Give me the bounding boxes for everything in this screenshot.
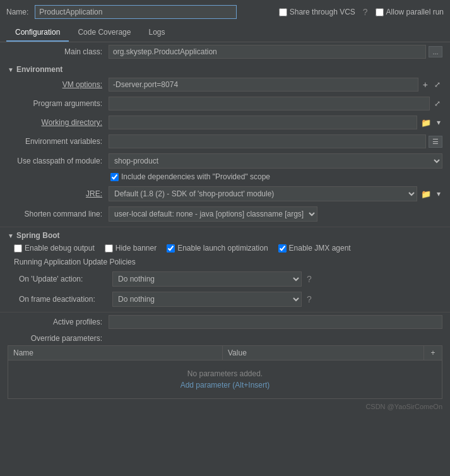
update-action-help-icon[interactable]: ? — [307, 274, 312, 284]
content-area: Main class: ... ▼ Environment VM options… — [0, 42, 450, 414]
no-params-text: No parameters added. — [187, 369, 263, 378]
vm-options-value: + ⤢ — [109, 78, 442, 92]
vm-options-input[interactable] — [109, 78, 418, 92]
hide-banner-label[interactable]: Hide banner — [105, 244, 157, 253]
environment-section-label: Environment — [16, 65, 62, 74]
frame-deact-row: On frame deactivation: Do nothing Hot sw… — [0, 289, 450, 309]
name-label: Name: — [6, 8, 28, 16]
share-vcs-label[interactable]: Share through VCS — [279, 8, 355, 16]
vm-options-add-button[interactable]: + — [421, 80, 430, 90]
working-dir-row: Working directory: 📁 ▾ — [0, 113, 450, 132]
main-class-label: Main class: — [8, 47, 109, 56]
include-deps-row: Include dependencies with "Provided" sco… — [0, 171, 450, 184]
hide-banner-checkbox[interactable] — [105, 244, 113, 253]
active-profiles-row: Active profiles: — [0, 312, 450, 331]
env-vars-row: Environment variables: ☰ — [0, 132, 450, 151]
hide-banner-text: Hide banner — [115, 244, 157, 253]
main-class-row: Main class: ... — [0, 42, 450, 61]
table-add-button[interactable]: + — [424, 346, 442, 360]
main-class-value: ... — [109, 45, 442, 59]
classpath-value: shop-product — [109, 153, 442, 169]
override-params-label: Override parameters: — [8, 334, 109, 343]
enable-jmx-text: Enable JMX agent — [289, 244, 351, 253]
override-params-table: Name Value + No parameters added. Add pa… — [8, 345, 442, 399]
table-header: Name Value + — [8, 346, 442, 360]
frame-deact-label: On frame deactivation: — [19, 295, 107, 304]
enable-jmx-label[interactable]: Enable JMX agent — [278, 244, 351, 253]
classpath-select-row: shop-product — [109, 153, 442, 169]
working-dir-input[interactable] — [109, 116, 417, 129]
shorten-select[interactable]: user-local default: none - java [options… — [109, 206, 317, 222]
spring-boot-section: ▼ Spring Boot Enable debug output Hide b… — [0, 227, 450, 309]
enable-debug-label[interactable]: Enable debug output — [14, 244, 95, 253]
jre-folder-button[interactable]: 📁 — [420, 189, 432, 199]
spring-boot-section-label: Spring Boot — [16, 231, 60, 240]
update-action-select[interactable]: Do nothing Hot swap classes and update t… — [112, 271, 302, 287]
add-param-link[interactable]: Add parameter (Alt+Insert) — [181, 381, 270, 390]
help-icon-vcs[interactable]: ? — [363, 7, 368, 17]
allow-parallel-label[interactable]: Allow parallel run — [376, 8, 444, 16]
spring-boot-header: ▼ Spring Boot — [0, 227, 450, 241]
program-args-label: Program arguments: — [8, 99, 109, 108]
classpath-label: Use classpath of module: — [8, 157, 109, 165]
jre-value: Default (1.8 (2) - SDK of 'shop-product'… — [109, 186, 442, 201]
tab-configuration[interactable]: Configuration — [6, 24, 69, 42]
working-dir-expand-button[interactable]: ▾ — [435, 118, 442, 127]
vm-options-expand-button[interactable]: ⤢ — [432, 80, 442, 89]
enable-jmx-checkbox[interactable] — [278, 244, 287, 253]
active-profiles-input[interactable] — [109, 315, 442, 329]
top-right-options: Share through VCS ? Allow parallel run — [279, 7, 444, 17]
allow-parallel-checkbox[interactable] — [376, 8, 384, 16]
jre-label: JRE: — [8, 189, 109, 198]
update-action-row: On 'Update' action: Do nothing Hot swap … — [0, 269, 450, 289]
working-dir-folder-button[interactable]: 📁 — [420, 118, 432, 128]
update-policies-title: Running Application Update Policies — [0, 255, 450, 269]
program-args-value: ⤢ — [109, 97, 442, 110]
shorten-row: Shorten command line: user-local default… — [0, 204, 450, 224]
enable-debug-checkbox[interactable] — [14, 244, 22, 253]
jre-row: JRE: Default (1.8 (2) - SDK of 'shop-pro… — [0, 184, 450, 204]
frame-deact-select[interactable]: Do nothing Hot swap classes and update t… — [112, 292, 302, 307]
classpath-module-select[interactable]: shop-product — [109, 153, 442, 169]
environment-collapse-icon[interactable]: ▼ — [8, 66, 14, 73]
share-vcs-text: Share through VCS — [290, 8, 355, 16]
env-vars-edit-button[interactable]: ☰ — [429, 136, 442, 148]
active-profiles-value — [109, 315, 442, 329]
program-args-expand-button[interactable]: ⤢ — [432, 99, 442, 108]
include-deps-text: Include dependencies with "Provided" sco… — [121, 172, 270, 181]
jre-expand-button[interactable]: ▾ — [435, 189, 442, 198]
enable-debug-text: Enable debug output — [25, 244, 95, 253]
name-input[interactable] — [35, 5, 237, 19]
update-action-label: On 'Update' action: — [19, 275, 107, 283]
tab-bar: Configuration Code Coverage Logs — [0, 24, 450, 42]
share-vcs-checkbox[interactable] — [279, 8, 287, 16]
vm-options-label: VM options: — [8, 80, 109, 89]
env-vars-input[interactable] — [109, 134, 426, 148]
working-dir-value: 📁 ▾ — [109, 116, 442, 129]
watermark: CSDN @YaoSirComeOn — [0, 399, 450, 414]
table-value-header: Value — [223, 346, 424, 360]
shorten-value: user-local default: none - java [options… — [109, 206, 442, 222]
working-dir-label: Working directory: — [8, 118, 109, 127]
table-body: No parameters added. Add parameter (Alt+… — [8, 360, 442, 398]
tab-logs[interactable]: Logs — [139, 24, 174, 42]
enable-launch-opt-label[interactable]: Enable launch optimization — [167, 244, 268, 253]
program-args-input[interactable] — [109, 97, 430, 110]
env-vars-label: Environment variables: — [8, 137, 109, 146]
frame-deact-help-icon[interactable]: ? — [307, 294, 312, 304]
main-class-browse-button[interactable]: ... — [429, 46, 442, 57]
top-bar: Name: Share through VCS ? Allow parallel… — [0, 0, 450, 24]
include-deps-checkbox[interactable] — [110, 173, 119, 181]
main-class-input[interactable] — [109, 45, 426, 59]
allow-parallel-text: Allow parallel run — [386, 8, 444, 16]
spring-boot-collapse-icon[interactable]: ▼ — [8, 232, 14, 239]
tab-code-coverage[interactable]: Code Coverage — [69, 24, 139, 42]
vm-options-row: VM options: + ⤢ — [0, 75, 450, 94]
enable-launch-opt-checkbox[interactable] — [167, 244, 175, 253]
classpath-row: Use classpath of module: shop-product — [0, 151, 450, 171]
jre-select[interactable]: Default (1.8 (2) - SDK of 'shop-product'… — [109, 186, 417, 201]
enable-launch-opt-text: Enable launch optimization — [177, 244, 268, 253]
shorten-label: Shorten command line: — [8, 210, 109, 218]
environment-section-header: ▼ Environment — [0, 61, 450, 75]
program-args-row: Program arguments: ⤢ — [0, 94, 450, 113]
